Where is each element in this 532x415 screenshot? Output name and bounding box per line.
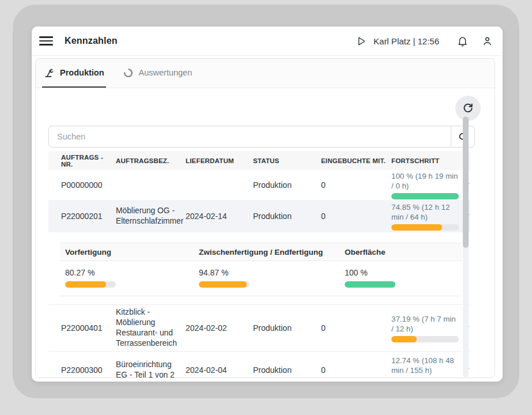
scrollbar-thumb[interactable]	[463, 116, 469, 248]
robot-arm-icon	[44, 67, 55, 78]
search-bar	[48, 126, 475, 148]
table-row[interactable]: P00000000 Produktion 0 100 % (19 h 19 mi…	[48, 170, 470, 200]
panel-content: AUFTRAGS - NR. AUFTRAGSBEZ. LIEFERDATUM …	[36, 88, 495, 378]
scrollbar-track[interactable]	[463, 116, 469, 378]
table-row[interactable]: P22000300 Büroeinrichtung EG - Teil 1 vo…	[48, 352, 470, 378]
detail-subtable-header: Vorfertigung Zwischenfertigung / Endfert…	[60, 243, 462, 261]
menu-icon[interactable]	[39, 35, 53, 47]
main-panel: Produktion Auswertungen	[35, 58, 495, 378]
progress-bar	[391, 224, 459, 231]
tab-bar: Produktion Auswertungen	[36, 59, 495, 88]
tab-produktion-label: Produktion	[60, 68, 104, 77]
tab-produktion[interactable]: Produktion	[42, 59, 106, 88]
notifications-bell-icon[interactable]	[456, 35, 469, 47]
tab-auswertungen-label: Auswertungen	[139, 68, 193, 77]
table-row[interactable]: P22000201 Möblierung OG - Elternschlafzi…	[48, 200, 470, 232]
user-time-label: Karl Platz | 12:56	[373, 36, 439, 46]
donut-chart-icon	[123, 67, 134, 78]
search-input[interactable]	[48, 126, 451, 148]
progress-bar	[65, 281, 116, 288]
user-account-icon[interactable]	[481, 35, 493, 47]
detail-subtable-body: 80.27 % 94.87 % 100 %	[60, 261, 462, 296]
play-icon[interactable]	[356, 36, 367, 47]
refresh-icon	[462, 102, 474, 115]
app-window: Kennzahlen Karl Platz | 12:56	[32, 27, 503, 382]
detail-subtable: Vorfertigung Zwischenfertigung / Endfert…	[60, 243, 462, 296]
progress-bar	[391, 193, 459, 199]
progress-bar	[391, 336, 459, 342]
table-header: AUFTRAGS - NR. AUFTRAGSBEZ. LIEFERDATUM …	[48, 151, 470, 170]
table-row[interactable]: P22000401 Kitzblick - Möblierung Restaur…	[48, 305, 470, 352]
top-bar: Kennzahlen Karl Platz | 12:56	[32, 27, 503, 56]
progress-bar	[199, 281, 250, 288]
tab-auswertungen[interactable]: Auswertungen	[121, 59, 194, 88]
progress-bar	[391, 378, 459, 378]
page-title: Kennzahlen	[65, 36, 118, 46]
progress-bar	[345, 281, 395, 288]
orders-table: AUFTRAGS - NR. AUFTRAGSBEZ. LIEFERDATUM …	[48, 151, 470, 378]
